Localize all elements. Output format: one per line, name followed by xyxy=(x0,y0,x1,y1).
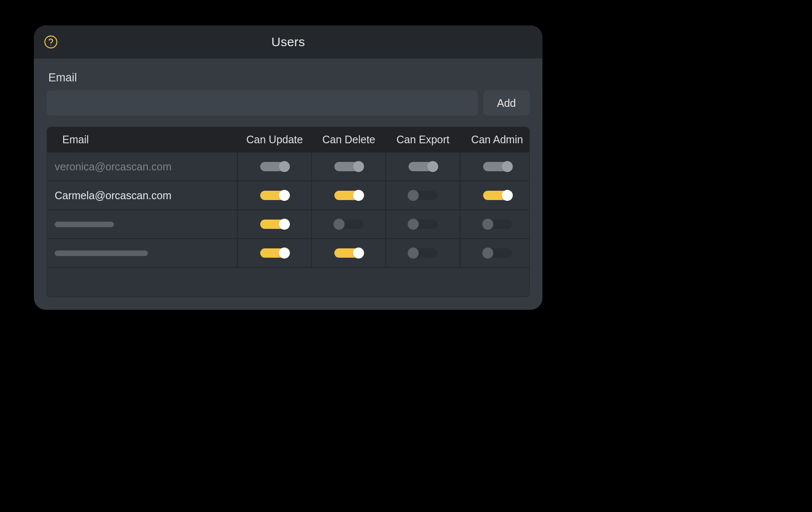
can-admin-toggle xyxy=(483,162,512,171)
can-export-toggle[interactable] xyxy=(409,248,437,258)
panel-title: Users xyxy=(271,35,305,49)
panel-body: Email Add Email Can Update Can Delete Ca… xyxy=(34,58,542,310)
add-user-row: Add xyxy=(47,90,530,116)
can-update-toggle[interactable] xyxy=(260,191,289,200)
can-update-toggle xyxy=(260,162,289,171)
can-admin-toggle[interactable] xyxy=(483,220,512,229)
table-row: Carmela@orcascan.com xyxy=(47,181,529,209)
col-can-delete: Can Delete xyxy=(312,127,386,152)
toggle-cell xyxy=(460,181,530,209)
svg-point-0 xyxy=(45,36,57,48)
can-delete-toggle[interactable] xyxy=(334,220,363,229)
email-placeholder xyxy=(55,222,114,227)
toggle-cell xyxy=(238,210,312,238)
can-delete-toggle xyxy=(334,162,363,171)
email-cell: veronica@orcascan.com xyxy=(47,153,238,181)
panel-header: Users xyxy=(34,25,542,58)
toggle-cell xyxy=(386,239,460,267)
toggle-cell xyxy=(238,239,312,267)
toggle-cell xyxy=(460,210,530,238)
table-footer-spacer xyxy=(47,267,529,297)
can-export-toggle[interactable] xyxy=(409,191,437,200)
toggle-cell xyxy=(312,239,386,267)
svg-point-1 xyxy=(50,45,51,46)
email-field-label: Email xyxy=(48,71,530,84)
col-can-export: Can Export xyxy=(386,127,460,152)
email-cell: Carmela@orcascan.com xyxy=(47,181,238,209)
can-delete-toggle[interactable] xyxy=(334,248,363,258)
can-delete-toggle[interactable] xyxy=(334,191,363,200)
email-cell xyxy=(47,239,238,267)
email-input[interactable] xyxy=(47,90,478,116)
toggle-cell xyxy=(460,239,530,267)
table-row xyxy=(47,238,529,267)
email-placeholder xyxy=(55,250,148,256)
toggle-cell xyxy=(238,181,312,209)
table-row: veronica@orcascan.com xyxy=(47,152,529,181)
toggle-cell xyxy=(238,153,312,181)
toggle-cell xyxy=(460,153,530,181)
col-can-update: Can Update xyxy=(238,127,312,152)
toggle-cell xyxy=(386,210,460,238)
can-export-toggle xyxy=(409,162,437,171)
help-circle-icon[interactable] xyxy=(43,34,58,50)
toggle-cell xyxy=(312,153,386,181)
toggle-cell xyxy=(312,210,386,238)
can-export-toggle[interactable] xyxy=(409,220,437,229)
can-update-toggle[interactable] xyxy=(260,220,289,229)
users-table: Email Can Update Can Delete Can Export C… xyxy=(47,127,530,297)
col-can-admin: Can Admin xyxy=(460,127,530,152)
email-cell xyxy=(47,210,238,238)
add-button[interactable]: Add xyxy=(483,90,530,116)
can-admin-toggle[interactable] xyxy=(483,191,512,200)
can-update-toggle[interactable] xyxy=(260,248,289,258)
toggle-cell xyxy=(386,181,460,209)
table-header: Email Can Update Can Delete Can Export C… xyxy=(47,127,529,152)
users-panel: Users Email Add Email Can Update Can Del… xyxy=(34,25,542,310)
toggle-cell xyxy=(312,181,386,209)
col-email: Email xyxy=(47,127,238,152)
table-row xyxy=(47,209,529,238)
can-admin-toggle[interactable] xyxy=(483,248,512,258)
toggle-cell xyxy=(386,153,460,181)
